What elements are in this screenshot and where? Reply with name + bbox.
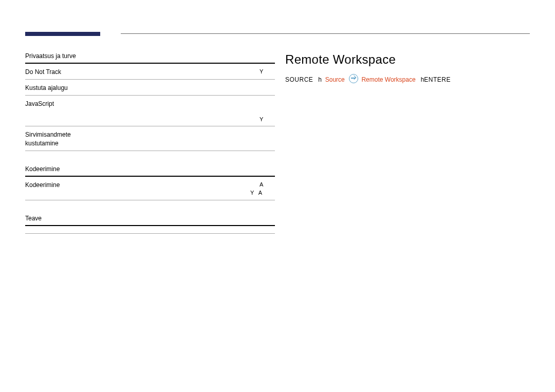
- row-sirvimisandmete: Sirvimisandmete kustutamine: [25, 126, 275, 151]
- page-title: Remote Workspace: [285, 52, 530, 67]
- row-mark: [260, 84, 275, 92]
- row-sublabel: [25, 189, 117, 197]
- row-label: Sirvimisandmete kustutamine: [25, 130, 117, 147]
- source-label: SOURCE: [285, 76, 313, 83]
- row-label: [25, 116, 117, 123]
- row-label: Do Not Track: [25, 68, 117, 76]
- row-about-empty: [25, 226, 275, 234]
- row-javascript: JavaScript: [25, 96, 275, 111]
- row-kodeerimine: Kodeerimine A Y A: [25, 177, 275, 200]
- row-submark: Y A: [250, 189, 275, 197]
- header-divider: [25, 32, 530, 36]
- row-value: [117, 130, 260, 147]
- row-mark: A: [260, 181, 275, 189]
- row-value: [117, 84, 260, 92]
- row-label: Kodeerimine: [25, 181, 117, 189]
- row-value: [117, 68, 260, 76]
- row-value: [117, 116, 260, 123]
- left-column: Privaatsus ja turve Do Not Track Y Kustu…: [25, 50, 275, 234]
- row-mark: Y: [260, 68, 275, 76]
- instruction-line: SOURCE h Source Remote Workspace hENTERE: [285, 74, 530, 83]
- row-blank-y: Y: [25, 111, 275, 127]
- row-value: [117, 100, 260, 108]
- remote-red: Remote Workspace: [361, 76, 415, 83]
- arrow-text2: [417, 76, 421, 83]
- row-kustuta-ajalugu: Kustuta ajalugu: [25, 80, 275, 96]
- row-label: Kustuta ajalugu: [25, 84, 117, 92]
- section-heading-privacy: Privaatsus ja turve: [25, 50, 275, 64]
- row-value: [117, 181, 260, 189]
- header-accent-bar: [25, 32, 100, 36]
- remote-workspace-icon: [349, 74, 358, 83]
- row-do-not-track: Do Not Track Y: [25, 64, 275, 80]
- row-label: JavaScript: [25, 100, 117, 108]
- row-mark: Y: [260, 116, 275, 123]
- right-column: Remote Workspace SOURCE h Source Remote …: [285, 50, 530, 234]
- source-red: Source: [325, 76, 345, 83]
- row-mark: [260, 100, 275, 108]
- section-heading-about: Teave: [25, 213, 275, 226]
- arrow1: h: [318, 76, 322, 83]
- enter-label: ENTERE: [424, 76, 451, 83]
- row-subvalue: [117, 189, 250, 197]
- header-rule: [121, 33, 530, 34]
- row-mark: [260, 130, 275, 147]
- section-heading-encoding: Kodeerimine: [25, 163, 275, 177]
